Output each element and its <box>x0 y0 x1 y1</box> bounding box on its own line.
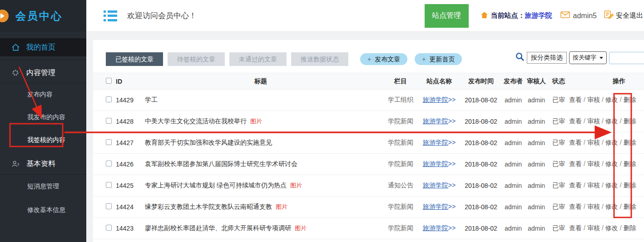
op-view-link[interactable]: 查看 <box>569 96 582 103</box>
op-delete-link[interactable]: 删除 <box>624 160 636 167</box>
op-modify-link[interactable]: 修改 <box>605 224 618 232</box>
row-checkbox[interactable] <box>106 161 112 166</box>
sidebar-item-label: 发布内容 <box>27 91 53 99</box>
site-link[interactable]: 旅游学院 <box>423 96 448 103</box>
op-delete-link[interactable]: 删除 <box>624 182 636 189</box>
sidebar-item-message-management[interactable]: 短消息管理 <box>0 175 86 198</box>
op-modify-link[interactable]: 修改 <box>605 203 618 210</box>
op-separator: / <box>620 224 622 232</box>
site-link[interactable]: 旅游学院 <box>423 160 448 167</box>
row-actions: 查看/审核/修改/删除 <box>569 117 644 126</box>
op-modify-link[interactable]: 修改 <box>605 182 618 189</box>
site-link[interactable]: 旅游学院 <box>423 139 448 146</box>
row-checkbox[interactable] <box>106 203 112 209</box>
sidebar-item-label: 基本资料 <box>26 159 55 169</box>
row-site: 旅游学院>> <box>418 139 460 147</box>
op-separator: / <box>620 203 622 210</box>
update-homepage-button[interactable]: +更新首页 <box>415 53 462 65</box>
row-checkbox[interactable] <box>106 182 112 188</box>
select-all-checkbox[interactable] <box>106 78 112 84</box>
op-audit-link[interactable]: 审核 <box>587 182 600 189</box>
op-audit-link[interactable]: 审核 <box>587 203 600 210</box>
row-publisher: admin <box>502 161 525 168</box>
row-auditor: admin <box>525 182 548 189</box>
filter-by-category-button[interactable]: 按分类筛选 <box>527 52 567 64</box>
op-delete-link[interactable]: 删除 <box>624 224 636 232</box>
op-delete-link[interactable]: 删除 <box>624 203 636 210</box>
row-title: 专家上海研讨大城市规划 绿色可持续城市仍为热点图片 <box>139 182 383 190</box>
row-publish-time: 2018-08-02 <box>460 96 502 104</box>
op-delete-link[interactable]: 删除 <box>624 117 636 125</box>
header-actions: 操作 <box>569 77 644 86</box>
op-separator: / <box>620 96 622 103</box>
row-actions: 查看/审核/修改/删除 <box>569 160 644 168</box>
op-view-link[interactable]: 查看 <box>569 117 582 125</box>
sidebar-item-my-signed-content[interactable]: 我签核的内容 <box>0 129 86 151</box>
row-publisher: admin <box>502 139 525 146</box>
op-audit-link[interactable]: 审核 <box>587 160 600 167</box>
sidebar-item-basic-info[interactable]: 基本资料 <box>0 156 86 171</box>
row-status: 已审 <box>548 224 569 232</box>
sidebar-item-label: 短消息管理 <box>27 182 59 191</box>
site-suffix: >> <box>448 203 456 210</box>
row-checkbox-cell <box>106 96 116 104</box>
current-site-value[interactable]: 旅游学院 <box>525 11 552 20</box>
sidebar-item-publish-content[interactable]: 发布内容 <box>0 83 86 106</box>
site-link[interactable]: 旅游学院 <box>423 224 448 232</box>
logout-icon <box>604 10 614 21</box>
op-view-link[interactable]: 查看 <box>569 182 582 189</box>
sidebar-item-content-management[interactable]: 内容管理 <box>0 65 86 81</box>
row-category: 学院新闻 <box>383 224 418 232</box>
op-audit-link[interactable]: 审核 <box>587 224 600 232</box>
op-modify-link[interactable]: 修改 <box>605 139 618 146</box>
op-audit-link[interactable]: 审核 <box>587 96 600 103</box>
op-modify-link[interactable]: 修改 <box>605 96 618 103</box>
logout[interactable]: 安全退出 <box>604 10 643 21</box>
search-input[interactable] <box>609 52 644 64</box>
row-category: 通知公告 <box>383 182 418 190</box>
sidebar-item-my-home[interactable]: 我的首页 <box>0 38 86 56</box>
plus-icon: + <box>367 55 371 63</box>
op-modify-link[interactable]: 修改 <box>605 117 618 125</box>
sidebar-item-edit-basic-info[interactable]: 修改基本信息 <box>0 198 86 222</box>
brand-title: 会员中心 <box>15 9 63 23</box>
row-title: 学工 <box>139 96 383 104</box>
site-link[interactable]: 旅游学院 <box>423 117 448 125</box>
op-modify-link[interactable]: 修改 <box>605 160 618 167</box>
tab-signed-articles[interactable]: 已签核的文章 <box>106 52 163 66</box>
op-view-link[interactable]: 查看 <box>569 160 582 167</box>
op-separator: / <box>602 96 604 103</box>
home-icon <box>11 43 20 52</box>
table-row: 14427教育部关于切实加强和改学风建设的实施意见学院新闻旅游学院>>2018-… <box>93 132 644 154</box>
row-checkbox[interactable] <box>106 139 112 145</box>
row-id: 14429 <box>116 96 139 104</box>
op-audit-link[interactable]: 审核 <box>587 139 600 146</box>
op-view-link[interactable]: 查看 <box>569 224 582 232</box>
tab-push-data-status[interactable]: 推送数据状态 <box>291 52 348 66</box>
keyword-select[interactable]: 按关键字 <box>569 51 607 64</box>
site-link[interactable]: 旅游学院 <box>423 203 448 210</box>
topbar: 欢迎访问会员中心！ 站点管理 当前站点：旅游学院 admin5 安全退出 <box>86 0 644 32</box>
row-checkbox[interactable] <box>106 96 112 102</box>
tab-rejected-articles[interactable]: 未通过的文章 <box>229 52 287 66</box>
tab-pending-articles[interactable]: 待签核的文章 <box>168 52 225 66</box>
table-header: ID 标题 栏目 站点名称 发布时间 发布者 审核人 状态 操作 <box>93 73 644 90</box>
op-audit-link[interactable]: 审核 <box>587 117 600 125</box>
op-view-link[interactable]: 查看 <box>569 139 582 146</box>
username[interactable]: admin5 <box>573 12 597 20</box>
row-checkbox-cell <box>106 182 116 189</box>
sidebar-item-my-published-content[interactable]: 我发布的内容 <box>0 106 86 129</box>
op-delete-link[interactable]: 删除 <box>624 139 636 146</box>
row-checkbox[interactable] <box>106 225 112 231</box>
row-checkbox[interactable] <box>106 118 112 124</box>
envelope-icon[interactable] <box>560 11 570 20</box>
op-view-link[interactable]: 查看 <box>569 203 582 210</box>
menu-list-icon[interactable] <box>104 10 117 21</box>
row-actions: 查看/审核/修改/删除 <box>569 139 644 147</box>
publish-article-button[interactable]: +发布文章 <box>360 53 407 65</box>
row-site: 旅游学院>> <box>418 182 460 190</box>
row-site: 旅游学院>> <box>418 203 460 211</box>
site-manage-button[interactable]: 站点管理 <box>425 4 469 28</box>
site-link[interactable]: 旅游学院 <box>423 182 448 189</box>
op-delete-link[interactable]: 删除 <box>624 96 636 103</box>
